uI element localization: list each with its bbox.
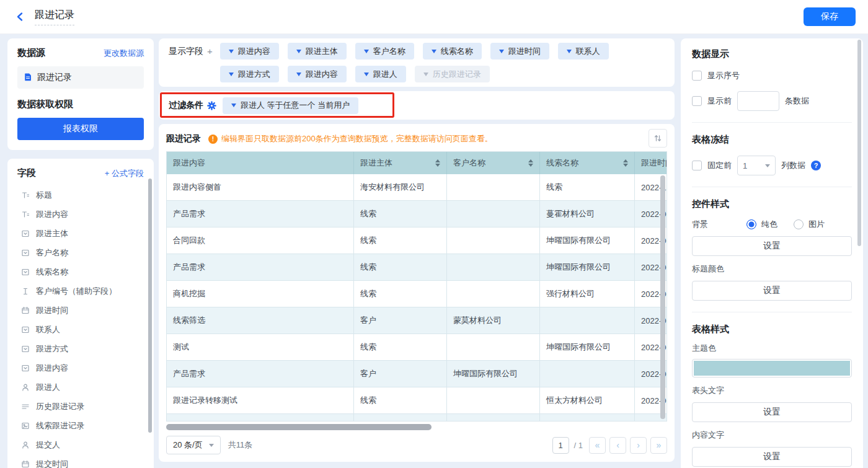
show-top-count-input[interactable]: [737, 91, 779, 111]
current-page-input[interactable]: 1: [552, 437, 569, 454]
field-item[interactable]: 跟进主体: [7, 224, 154, 243]
sort-icon[interactable]: [528, 159, 533, 167]
table-horizontal-scrollbar[interactable]: [166, 424, 432, 430]
display-field-chip[interactable]: 跟进内容: [220, 43, 279, 60]
report-permission-button[interactable]: 报表权限: [17, 118, 144, 140]
background-set-button[interactable]: 设置: [692, 236, 852, 256]
sort-icon[interactable]: [435, 159, 440, 167]
display-field-chip[interactable]: 跟进人: [355, 66, 406, 82]
field-item[interactable]: 标题: [7, 185, 154, 205]
field-item[interactable]: 提交人: [7, 435, 154, 454]
table-cell: [447, 174, 540, 201]
display-field-chip[interactable]: 跟进方式: [220, 66, 279, 82]
column-header[interactable]: 跟进主体: [354, 152, 447, 174]
table-style-heading: 表格样式: [692, 324, 852, 335]
display-field-chip[interactable]: 跟进时间: [490, 43, 549, 60]
select-field-icon: [21, 229, 30, 238]
table-cell: [540, 414, 635, 422]
select-field-icon: [21, 325, 30, 334]
back-button[interactable]: [12, 9, 29, 25]
image-label: 图片: [808, 219, 825, 230]
display-field-chip[interactable]: 跟进内容: [288, 66, 347, 82]
chevron-down-icon: [432, 50, 436, 53]
gear-icon[interactable]: [207, 101, 216, 110]
title-color-set-button[interactable]: 设置: [692, 281, 852, 301]
field-item[interactable]: 跟进人: [7, 377, 154, 397]
column-header[interactable]: 线索名称: [540, 152, 635, 174]
header-text-set-button[interactable]: 设置: [692, 402, 852, 422]
table-cell: [447, 387, 540, 414]
theme-color-picker[interactable]: [692, 359, 852, 377]
freeze-prefix: 固定前: [707, 160, 732, 171]
select-field-icon: [21, 363, 30, 373]
show-top-suffix: 条数据: [785, 95, 809, 107]
field-item[interactable]: 线索名称: [7, 262, 154, 281]
table-cell: 客户: [354, 361, 447, 387]
show-index-checkbox[interactable]: [692, 71, 702, 81]
display-field-chip[interactable]: 联系人: [558, 43, 609, 60]
preview-title: 跟进记录: [166, 133, 201, 144]
chevron-down-icon: [231, 104, 236, 107]
fields-scrollbar[interactable]: [148, 179, 152, 433]
field-item[interactable]: 客户名称: [7, 243, 154, 262]
theme-color-swatch: [694, 361, 850, 376]
total-count: 共11条: [228, 439, 253, 451]
table-cell: 坤曜国际有限公司: [540, 334, 635, 361]
table-cell: 线索: [354, 201, 447, 227]
page-title: 跟进记录: [35, 9, 74, 25]
table-vertical-scrollbar[interactable]: [660, 175, 665, 419]
display-field-chip[interactable]: 历史跟进记录: [415, 66, 490, 82]
field-item[interactable]: 跟进时间: [7, 301, 154, 320]
column-header[interactable]: 客户名称: [447, 152, 540, 174]
last-page-button[interactable]: »: [650, 437, 667, 454]
field-item[interactable]: 提交时间: [7, 454, 154, 468]
table-row: 测试线索坤曜国际有限公司2022-06: [167, 334, 667, 361]
add-display-field-button[interactable]: +: [207, 43, 213, 60]
settings-scrollbar[interactable]: [857, 40, 861, 246]
richtext-field-icon: [21, 421, 30, 430]
save-button[interactable]: 保存: [804, 7, 856, 26]
sort-icon[interactable]: [623, 159, 628, 167]
widget-style-heading: 控件样式: [692, 198, 852, 210]
show-index-label: 显示序号: [707, 70, 740, 81]
help-icon[interactable]: ?: [811, 161, 821, 170]
datasource-item[interactable]: 跟进记录: [17, 66, 144, 89]
image-radio[interactable]: [794, 219, 804, 229]
first-page-button[interactable]: «: [589, 437, 606, 454]
field-item[interactable]: 跟进方式: [7, 339, 154, 358]
filter-condition-chip[interactable]: 跟进人 等于任意一个 当前用户: [223, 97, 358, 114]
chevron-down-icon: [499, 50, 504, 53]
column-header: 跟进内容: [167, 152, 354, 174]
field-item[interactable]: 客户编号（辅助字段）: [7, 281, 154, 301]
table-header-row: 跟进内容跟进主体客户名称线索名称跟进时间: [167, 152, 667, 174]
chevron-down-icon: [423, 73, 428, 76]
freeze-count-select[interactable]: 1: [737, 156, 776, 175]
field-item[interactable]: 联系人: [7, 320, 154, 339]
table-row: 合同回款线索坤曜国际有限公司2022-06: [167, 227, 667, 254]
change-datasource-link[interactable]: 更改数据源: [104, 48, 144, 59]
prev-page-button[interactable]: ‹: [609, 437, 626, 454]
field-item[interactable]: 跟进内容: [7, 205, 154, 224]
display-field-chip[interactable]: 客户名称: [355, 43, 414, 60]
field-item[interactable]: 跟进内容: [7, 358, 154, 377]
table-cell: 线索: [354, 227, 447, 254]
next-page-button[interactable]: ›: [630, 437, 647, 454]
table-cell: [540, 361, 635, 387]
add-formula-field-link[interactable]: + 公式字段: [105, 168, 144, 179]
row-order-button[interactable]: [649, 129, 667, 148]
date-field-icon: [21, 306, 30, 315]
table-row: 产品需求线索坤曜国际有限公司2022-06: [167, 254, 667, 281]
solid-color-radio[interactable]: [746, 219, 756, 229]
freeze-checkbox[interactable]: [692, 161, 702, 170]
field-item[interactable]: 线索跟进记录: [7, 416, 154, 435]
content-text-set-button[interactable]: 设置: [692, 447, 852, 467]
show-top-checkbox[interactable]: [692, 96, 702, 106]
page-size-select[interactable]: 20 条/页: [166, 436, 221, 454]
display-field-chip[interactable]: 线索名称: [423, 43, 482, 60]
preview-card: 跟进记录 ! 编辑界面只取数据源前200条作为查询数据预览，完整数据请访问页面查…: [159, 124, 675, 462]
field-item[interactable]: 历史跟进记录: [7, 397, 154, 416]
date-field-icon: [21, 459, 30, 468]
display-field-chip[interactable]: 跟进主体: [288, 43, 347, 60]
fields-card: 字段 + 公式字段 标题跟进内容跟进主体客户名称线索名称客户编号（辅助字段）跟进…: [7, 159, 154, 468]
table-row: 产品需求客户坤曜国际有限公司2022-06: [167, 361, 667, 387]
